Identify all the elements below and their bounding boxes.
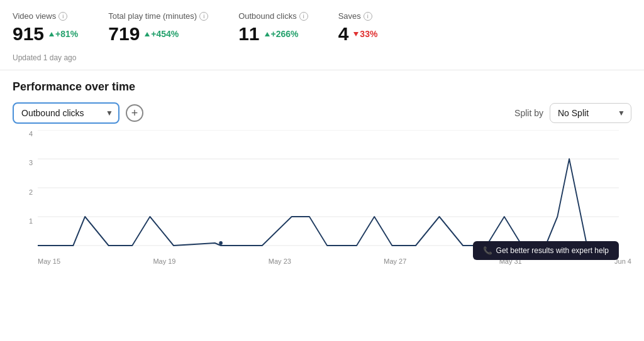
metrics-row: Video views i 915 +81% Total play time (… xyxy=(0,0,644,51)
info-icon-video-views[interactable]: i xyxy=(58,12,67,21)
x-label-may23: May 23 xyxy=(269,257,291,265)
info-icon-saves[interactable]: i xyxy=(364,12,372,21)
split-dropdown[interactable]: No Split By device By country xyxy=(550,103,631,123)
arrow-up-icon-2 xyxy=(145,32,150,36)
x-label-may27: May 27 xyxy=(384,257,406,265)
y-label-2: 2 xyxy=(29,188,33,196)
controls-left: Outbound clicks Video views Total play t… xyxy=(13,102,143,124)
phone-icon: 📞 xyxy=(483,246,492,255)
split-select-wrapper: No Split By device By country ▼ xyxy=(550,103,631,123)
performance-section: Performance over time Outbound clicks Vi… xyxy=(0,80,644,265)
metric-change-outbound-clicks: +266% xyxy=(265,29,299,39)
expert-help-banner[interactable]: 📞 Get better results with expert help xyxy=(473,241,619,260)
y-axis-labels: 4 3 2 1 xyxy=(13,130,35,246)
metric-change-total-play-time: +454% xyxy=(145,29,179,39)
metric-select-wrapper: Outbound clicks Video views Total play t… xyxy=(13,102,119,124)
arrow-up-icon xyxy=(49,32,54,36)
metric-outbound-clicks: Outbound clicks i 11 +266% xyxy=(238,11,308,45)
x-label-may19: May 19 xyxy=(153,257,175,265)
updated-text: Updated 1 day ago xyxy=(0,51,644,70)
metric-saves: Saves i 4 33% xyxy=(338,11,378,45)
metric-change-video-views: +81% xyxy=(49,29,78,39)
chart-container: 4 3 2 1 May 15 May 19 May 23 May 27 May … xyxy=(13,130,631,265)
controls-right: Split by No Split By device By country ▼ xyxy=(514,103,631,123)
metric-total-play-time: Total play time (minutes) i 719 +454% xyxy=(108,11,208,45)
arrow-up-icon-3 xyxy=(265,32,270,36)
performance-title: Performance over time xyxy=(13,80,631,94)
info-icon-total-play-time[interactable]: i xyxy=(199,12,208,21)
metric-number-video-views: 915 xyxy=(13,23,44,45)
y-label-1: 1 xyxy=(29,217,33,225)
svg-point-5 xyxy=(219,241,223,245)
expert-help-text: Get better results with expert help xyxy=(496,246,609,255)
metric-video-views: Video views i 915 +81% xyxy=(13,11,78,45)
metric-label-saves: Saves i xyxy=(338,11,378,21)
y-label-4: 4 xyxy=(29,130,33,138)
metric-number-outbound-clicks: 11 xyxy=(238,23,259,45)
controls-row: Outbound clicks Video views Total play t… xyxy=(13,102,631,124)
line-chart xyxy=(38,130,619,246)
metric-label-total-play-time: Total play time (minutes) i xyxy=(108,11,208,21)
metric-label-outbound-clicks: Outbound clicks i xyxy=(238,11,308,21)
metric-number-total-play-time: 719 xyxy=(108,23,140,45)
metric-number-saves: 4 xyxy=(338,23,349,45)
divider xyxy=(0,70,644,70)
info-icon-outbound-clicks[interactable]: i xyxy=(299,12,308,21)
arrow-down-icon xyxy=(353,32,358,36)
metric-dropdown[interactable]: Outbound clicks Video views Total play t… xyxy=(13,102,119,124)
metric-label-video-views: Video views i xyxy=(13,11,78,21)
add-metric-button[interactable]: + xyxy=(126,104,143,122)
x-label-may15: May 15 xyxy=(38,257,60,265)
y-label-3: 3 xyxy=(29,159,33,166)
metric-change-saves: 33% xyxy=(353,29,377,39)
split-by-label: Split by xyxy=(514,108,543,118)
